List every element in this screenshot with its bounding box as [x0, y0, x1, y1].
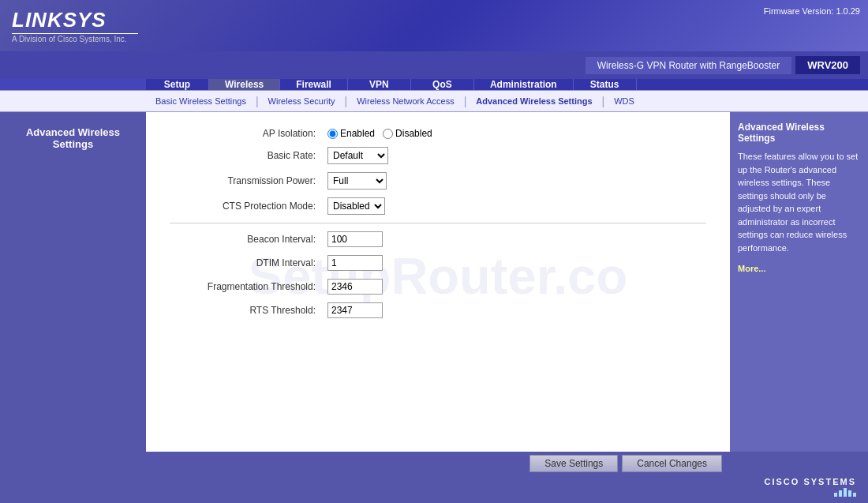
- product-model: WRV200: [795, 56, 860, 74]
- app: LINKSYS A Division of Cisco Systems, Inc…: [0, 0, 868, 503]
- main-nav: Setup Wireless Firewall VPN QoS Administ…: [146, 79, 868, 90]
- cancel-changes-button[interactable]: Cancel Changes: [622, 455, 722, 472]
- product-name: Wireless-G VPN Router with RangeBooster: [586, 57, 791, 74]
- subnav-advanced-wireless[interactable]: Advanced Wireless Settings: [466, 96, 601, 106]
- tab-vpn[interactable]: VPN: [348, 79, 411, 90]
- bottom-row: Save Settings Cancel Changes CISCO SYSTE…: [0, 452, 868, 503]
- firmware-version: Firmware Version: 1.0.29: [764, 6, 860, 16]
- basic-rate-row: Basic Rate: Default 1-2 Mbps All: [170, 147, 706, 164]
- dtim-interval-row: DTIM Interval:: [170, 255, 706, 271]
- subnav-basic-wireless[interactable]: Basic Wireless Settings: [146, 96, 256, 106]
- dtim-interval-label: DTIM Interval:: [170, 257, 327, 268]
- beacon-interval-input[interactable]: [327, 231, 383, 247]
- product-bar: Wireless-G VPN Router with RangeBooster …: [0, 51, 868, 79]
- rts-threshold-label: RTS Threshold:: [170, 305, 327, 316]
- tab-firewall[interactable]: Firewall: [280, 79, 348, 90]
- dtim-interval-input[interactable]: [327, 255, 383, 271]
- form-area: AP Isolation: Enabled Disabled: [170, 128, 706, 318]
- logo-area: LINKSYS A Division of Cisco Systems, Inc…: [12, 8, 138, 43]
- tab-wireless[interactable]: Wireless: [209, 79, 280, 90]
- rts-threshold-row: RTS Threshold:: [170, 302, 706, 318]
- subnav-wireless-network-access[interactable]: Wireless Network Access: [347, 96, 463, 106]
- form-divider: [170, 223, 706, 223]
- cts-protection-select[interactable]: Disabled Auto: [327, 197, 385, 215]
- basic-rate-select[interactable]: Default 1-2 Mbps All: [327, 147, 388, 164]
- header: LINKSYS A Division of Cisco Systems, Inc…: [0, 0, 868, 51]
- logo-subtitle: A Division of Cisco Systems, Inc.: [12, 35, 138, 43]
- ap-isolation-enabled-option[interactable]: Enabled: [327, 128, 375, 139]
- logo: LINKSYS: [12, 8, 138, 32]
- logo-divider: [12, 33, 138, 34]
- ap-isolation-enabled-radio[interactable]: [327, 129, 338, 139]
- footer-buttons: Save Settings Cancel Changes: [0, 452, 730, 475]
- transmission-power-label: Transmission Power:: [170, 175, 327, 186]
- ap-isolation-disabled-label: Disabled: [395, 128, 432, 139]
- beacon-interval-row: Beacon Interval:: [170, 231, 706, 247]
- left-sidebar: Advanced Wireless Settings: [0, 112, 146, 452]
- fragmentation-threshold-row: Fragmentation Threshold:: [170, 279, 706, 295]
- tab-status[interactable]: Status: [574, 79, 637, 90]
- ap-isolation-label: AP Isolation:: [170, 128, 327, 139]
- rts-threshold-input[interactable]: [327, 302, 383, 318]
- ap-isolation-disabled-radio[interactable]: [383, 129, 393, 139]
- more-link[interactable]: More...: [738, 264, 860, 273]
- tab-setup[interactable]: Setup: [146, 79, 209, 90]
- ap-isolation-control: Enabled Disabled: [327, 128, 432, 139]
- cts-protection-row: CTS Protection Mode: Disabled Auto: [170, 197, 706, 215]
- right-panel-body: These features allow you to set up the R…: [738, 150, 860, 254]
- right-panel-title: Advanced Wireless Settings: [738, 122, 860, 144]
- cisco-logo: CISCO SYSTEMS: [765, 477, 856, 497]
- fragmentation-threshold-label: Fragmentation Threshold:: [170, 281, 327, 292]
- tab-qos[interactable]: QoS: [411, 79, 474, 90]
- cisco-bars: [765, 488, 856, 497]
- fragmentation-threshold-input[interactable]: [327, 279, 383, 295]
- tab-administration[interactable]: Administration: [474, 79, 574, 90]
- transmission-power-select[interactable]: Full Half Quarter Eighth Minimum: [327, 172, 387, 190]
- nav-left-spacer: [0, 79, 146, 90]
- subnav-wireless-security[interactable]: Wireless Security: [259, 96, 345, 106]
- beacon-interval-label: Beacon Interval:: [170, 234, 327, 245]
- right-info-panel: Advanced Wireless Settings These feature…: [730, 112, 868, 452]
- ap-isolation-enabled-label: Enabled: [340, 128, 375, 139]
- save-settings-button[interactable]: Save Settings: [529, 455, 618, 472]
- cisco-name: CISCO SYSTEMS: [765, 477, 856, 486]
- sidebar-section-title: Advanced Wireless Settings: [8, 120, 138, 156]
- basic-rate-label: Basic Rate:: [170, 150, 327, 161]
- subnav-wds[interactable]: WDS: [604, 96, 644, 106]
- ap-isolation-disabled-option[interactable]: Disabled: [383, 128, 432, 139]
- cisco-logo-area: CISCO SYSTEMS: [730, 452, 868, 503]
- main-content: SetupRouter.co AP Isolation: Enabled Dis…: [146, 112, 730, 452]
- ap-isolation-row: AP Isolation: Enabled Disabled: [170, 128, 706, 139]
- sub-nav: Basic Wireless Settings | Wireless Secur…: [0, 90, 868, 112]
- transmission-power-row: Transmission Power: Full Half Quarter Ei…: [170, 172, 706, 190]
- cts-protection-label: CTS Protection Mode:: [170, 201, 327, 212]
- nav-row: Setup Wireless Firewall VPN QoS Administ…: [0, 79, 868, 90]
- content-row: Advanced Wireless Settings SetupRouter.c…: [0, 112, 868, 452]
